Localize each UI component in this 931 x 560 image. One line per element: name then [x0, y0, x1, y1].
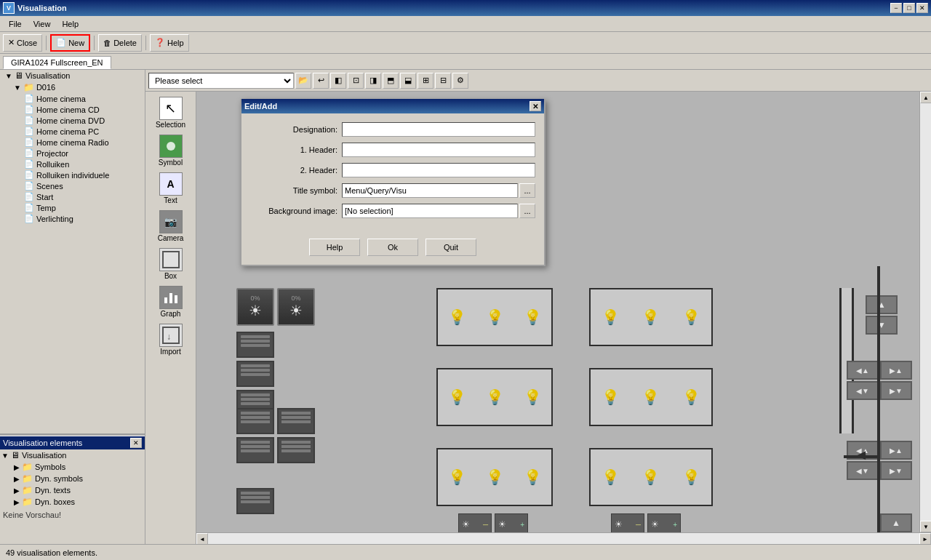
- text-tool[interactable]: A Text: [149, 170, 193, 207]
- properties-btn[interactable]: ⊟: [435, 73, 451, 89]
- box-tool[interactable]: Box: [149, 246, 193, 282]
- tree-collapse-icon: ▼: [5, 72, 12, 80]
- tab-main[interactable]: GIRA1024 Fullscreen_EN: [3, 56, 111, 69]
- camera-tool[interactable]: 📷 Camera: [149, 208, 193, 244]
- box-label: Box: [164, 272, 177, 280]
- edit-add-dialog: Edit/Add ✕ Designation: 1. Hea: [240, 99, 546, 266]
- header2-input[interactable]: [342, 163, 535, 177]
- ok-button[interactable]: Ok: [367, 239, 418, 256]
- modal-overlay: Edit/Add ✕ Designation: 1. Hea: [196, 92, 919, 532]
- header2-label: 2. Header:: [250, 166, 337, 175]
- tree-d016[interactable]: ▼ 📁 D016: [0, 81, 145, 93]
- tree-home-cinema-dvd[interactable]: 📄 Home cinema DVD: [0, 115, 145, 126]
- designation-input[interactable]: [342, 122, 535, 137]
- close-button[interactable]: ✕ Close: [3, 34, 42, 52]
- help-icon: ❓: [155, 38, 165, 47]
- menu-file[interactable]: File: [3, 18, 28, 30]
- align-top-btn[interactable]: ⬒: [383, 73, 399, 89]
- group-btn[interactable]: ⊞: [417, 73, 433, 89]
- selection-tool[interactable]: ↖ Selection: [149, 95, 193, 131]
- close-window-button[interactable]: ✕: [916, 3, 928, 13]
- tree-label10: Start: [36, 193, 53, 201]
- page-select[interactable]: Please select: [148, 73, 294, 89]
- vis-tree-symbols[interactable]: ▶ 📁 Symbols: [0, 461, 145, 473]
- vis-tree-dyn-symbols-label: Dyn. symbols: [35, 474, 83, 483]
- scroll-down-button[interactable]: ▼: [920, 521, 931, 532]
- background-image-browse-button[interactable]: ...: [519, 204, 535, 218]
- scroll-right-button[interactable]: ►: [919, 533, 931, 544]
- page-icon5: 📄: [24, 137, 34, 147]
- undo-btn[interactable]: ↩: [313, 73, 329, 89]
- title-symbol-browse-button[interactable]: ...: [519, 183, 535, 198]
- minimize-button[interactable]: −: [890, 3, 902, 13]
- vis-elements-title: Visualisation elements: [3, 439, 82, 447]
- align-left-btn[interactable]: ◧: [330, 73, 346, 89]
- canvas-area[interactable]: 0% ☀ 0% ☀: [196, 92, 919, 532]
- align-center-btn[interactable]: ⊡: [348, 73, 364, 89]
- settings-btn[interactable]: ⚙: [452, 73, 468, 89]
- tree-label11: Temp: [36, 204, 56, 212]
- graph-tool[interactable]: Graph: [149, 284, 193, 320]
- tree-root[interactable]: ▼ 🖥 Visualisation: [0, 70, 145, 81]
- new-button[interactable]: 📄 New: [50, 34, 90, 52]
- title-symbol-label: Title symbol:: [250, 186, 337, 195]
- panel-toolbar: Please select 📂 ↩ ◧ ⊡ ◨ ⬒ ⬓ ⊞ ⊟ ⚙: [145, 70, 931, 92]
- svg-text:↓: ↓: [167, 332, 171, 342]
- help-button[interactable]: ❓ Help: [150, 34, 189, 52]
- page-icon: 📄: [24, 94, 34, 103]
- title-symbol-input[interactable]: [342, 183, 518, 198]
- help-button[interactable]: Help: [309, 239, 360, 256]
- header1-input[interactable]: [342, 143, 535, 157]
- vis-tree-root[interactable]: ▼ 🖥 Visualisation: [0, 449, 145, 461]
- modal-body: Designation: 1. Header: 2. Header:: [241, 113, 544, 233]
- graph-icon: [159, 286, 183, 309]
- align-bottom-btn[interactable]: ⬓: [400, 73, 416, 89]
- camera-label: Camera: [158, 234, 184, 242]
- vis-tree-dyn-symbols[interactable]: ▶ 📁 Dyn. symbols: [0, 473, 145, 484]
- menu-view[interactable]: View: [28, 18, 57, 30]
- preview-label: Keine Vorschau!: [3, 511, 61, 519]
- browse-btn[interactable]: 📂: [295, 73, 311, 89]
- scroll-track[interactable]: [920, 103, 931, 521]
- svg-rect-6: [175, 295, 177, 303]
- scroll-up-button[interactable]: ▲: [920, 92, 931, 103]
- vis-tree-dyn-texts[interactable]: ▶ 📁 Dyn. texts: [0, 484, 145, 496]
- tree-verlichting[interactable]: 📄 Verlichting: [0, 213, 145, 224]
- tree-rolluiken-ind[interactable]: 📄 Rolluiken individuele: [0, 169, 145, 180]
- background-image-field-group: ...: [342, 204, 535, 218]
- tree-rolluiken[interactable]: 📄 Rolluiken: [0, 159, 145, 169]
- vis-tree-symbols-label: Symbols: [35, 463, 65, 471]
- align-right-btn[interactable]: ◨: [365, 73, 381, 89]
- vis-tree-dyn-boxes[interactable]: ▶ 📁 Dyn. boxes: [0, 496, 145, 508]
- vis-elements-close[interactable]: ✕: [130, 438, 142, 448]
- help-label: Help: [167, 39, 184, 47]
- modal-close-button[interactable]: ✕: [530, 101, 541, 111]
- tree-scenes[interactable]: 📄 Scenes: [0, 180, 145, 191]
- vis-tree-dyn-boxes-label: Dyn. boxes: [35, 497, 75, 506]
- tree-label6: Projector: [36, 149, 68, 158]
- quit-button[interactable]: Quit: [425, 239, 476, 256]
- camera-icon: 📷: [159, 210, 183, 233]
- scroll-left-button[interactable]: ◄: [196, 533, 208, 544]
- maximize-button[interactable]: □: [903, 3, 915, 13]
- symbol-tool[interactable]: Symbol: [149, 132, 193, 169]
- import-tool[interactable]: ↓ Import: [149, 321, 193, 358]
- tree-start[interactable]: 📄 Start: [0, 191, 145, 202]
- toolbar-separator: [46, 36, 47, 50]
- tree-label5: Home cinema Radio: [36, 138, 109, 147]
- menu-help[interactable]: Help: [56, 18, 84, 30]
- delete-button[interactable]: 🗑 Delete: [98, 34, 142, 52]
- vertical-scrollbar[interactable]: ▲ ▼: [919, 92, 931, 532]
- tree-home-cinema-pc[interactable]: 📄 Home cinema PC: [0, 126, 145, 137]
- tree-home-cinema[interactable]: 📄 Home cinema: [0, 93, 145, 104]
- tree-label: Home cinema: [36, 95, 86, 103]
- tree-home-cinema-radio[interactable]: 📄 Home cinema Radio: [0, 137, 145, 148]
- tree-home-cinema-cd[interactable]: 📄 Home cinema CD: [0, 104, 145, 115]
- h-scroll-track[interactable]: [208, 533, 919, 544]
- tree-projector[interactable]: 📄 Projector: [0, 148, 145, 159]
- horizontal-scrollbar[interactable]: ◄ ►: [196, 532, 931, 544]
- tree-temp[interactable]: 📄 Temp: [0, 202, 145, 213]
- background-image-input[interactable]: [342, 204, 518, 218]
- text-label: Text: [164, 196, 177, 204]
- close-icon: ✕: [8, 38, 15, 47]
